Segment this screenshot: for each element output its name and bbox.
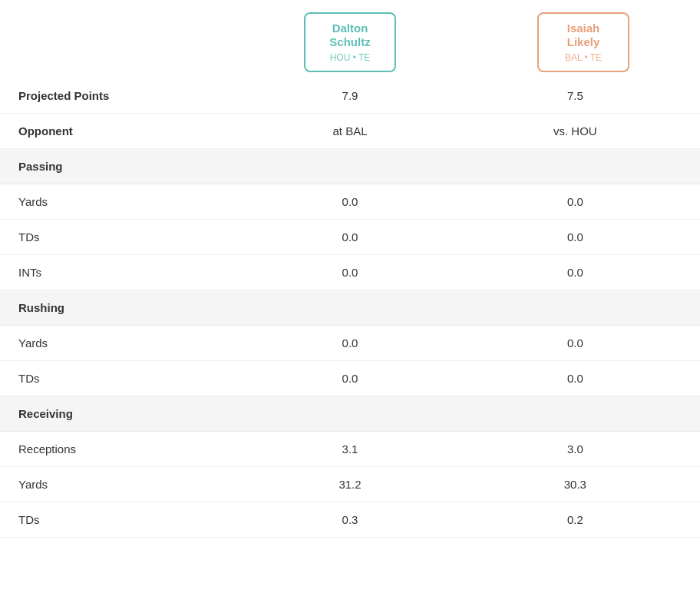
row-value-player2: 30.3 (463, 478, 688, 491)
row-value-player1: 0.3 (237, 513, 462, 526)
section-row-rushing: Rushing (0, 290, 700, 326)
row-label: Receptions (12, 442, 237, 456)
section-label: Passing (12, 160, 237, 173)
player-card-2[interactable]: Isaiah Likely BAL • TE (537, 12, 629, 72)
player-info-2: BAL • TE (565, 52, 602, 63)
row-label: TDs (12, 372, 237, 385)
row-label: TDs (12, 230, 237, 243)
row-label: Yards (12, 336, 237, 350)
stat-row-projected-points: Projected Points 7.9 7.5 (0, 78, 700, 114)
row-value-player1: 0.0 (237, 336, 462, 350)
player-info-1: HOU • TE (330, 52, 371, 63)
row-value-player2: 7.5 (463, 89, 688, 102)
row-value-player2: 0.0 (463, 266, 688, 279)
stat-row-ints: INTs 0.0 0.0 (0, 255, 700, 290)
row-value-player1: 7.9 (237, 89, 462, 102)
row-value-player1: 0.0 (237, 230, 462, 243)
row-label: Opponent (12, 124, 237, 137)
rows-container: Projected Points 7.9 7.5 Opponent at BAL… (0, 78, 700, 538)
header-row: Dalton Schultz HOU • TE Isaiah Likely BA… (0, 0, 700, 78)
row-value-player2: 0.0 (463, 336, 688, 350)
row-value-player2: vs. HOU (463, 124, 688, 137)
row-value-player1: 0.0 (237, 195, 462, 208)
row-value-player1: at BAL (237, 124, 462, 137)
stat-row-tds: TDs 0.0 0.0 (0, 361, 700, 396)
row-label: INTs (12, 266, 237, 279)
stat-row-yards: Yards 0.0 0.0 (0, 184, 700, 220)
stat-row-opponent: Opponent at BAL vs. HOU (0, 114, 700, 149)
section-label: Rushing (12, 301, 237, 314)
player-card-1[interactable]: Dalton Schultz HOU • TE (304, 12, 396, 72)
player-name-1: Dalton Schultz (318, 22, 382, 49)
row-value-player2: 0.0 (463, 195, 688, 208)
row-value-player1: 3.1 (237, 442, 462, 456)
row-value-player2: 3.0 (463, 442, 688, 456)
row-value-player1: 31.2 (237, 478, 462, 491)
row-label: Yards (12, 195, 237, 208)
stat-row-tds: TDs 0.0 0.0 (0, 220, 700, 255)
section-label: Receiving (12, 407, 237, 420)
row-value-player2: 0.2 (463, 513, 688, 526)
section-row-passing: Passing (0, 149, 700, 184)
section-row-receiving: Receiving (0, 396, 700, 432)
comparison-table: Dalton Schultz HOU • TE Isaiah Likely BA… (0, 0, 700, 538)
stat-row-receptions: Receptions 3.1 3.0 (0, 432, 700, 467)
row-value-player2: 0.0 (463, 372, 688, 385)
stat-row-tds: TDs 0.3 0.2 (0, 502, 700, 538)
row-label: Projected Points (12, 89, 237, 102)
stat-row-yards: Yards 31.2 30.3 (0, 467, 700, 502)
row-value-player1: 0.0 (237, 372, 462, 385)
player-name-2: Isaiah Likely (551, 22, 616, 49)
row-label: Yards (12, 478, 237, 491)
row-value-player2: 0.0 (463, 230, 688, 243)
stat-row-yards: Yards 0.0 0.0 (0, 326, 700, 361)
row-value-player1: 0.0 (237, 266, 462, 279)
row-label: TDs (12, 513, 237, 526)
